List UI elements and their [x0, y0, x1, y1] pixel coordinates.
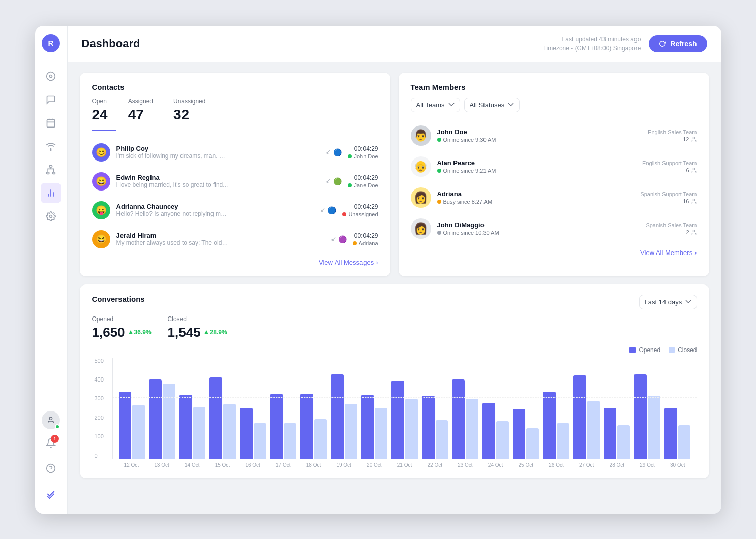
- member-team-info: English Support Team 6: [642, 160, 697, 173]
- bar-closed: [436, 420, 448, 459]
- member-team-info: English Sales Team 12: [648, 129, 697, 142]
- bar-group: [147, 379, 177, 459]
- reply-icon: ↙: [326, 177, 331, 185]
- contact-info: Jerald Hiram My mother always used to sa…: [116, 232, 323, 246]
- unassigned-label: Unassigned: [173, 98, 205, 105]
- contact-info: Edwin Regina I love being married, It's …: [116, 174, 318, 188]
- view-all-messages-link[interactable]: View All Messages ›: [92, 259, 378, 266]
- check-all-icon[interactable]: [41, 484, 61, 504]
- contact-time-block: 00:04:29 Adriana: [353, 232, 378, 246]
- svg-point-0: [47, 72, 55, 80]
- all-statuses-select[interactable]: All Statuses: [464, 98, 520, 112]
- grid-line: [113, 357, 697, 357]
- sidebar: R 1: [35, 26, 68, 514]
- bar-closed: [617, 425, 630, 459]
- contact-item[interactable]: 😛 Adrianna Chauncey Hello? Hello? Is any…: [92, 196, 378, 225]
- y-axis-label: 0: [95, 453, 104, 459]
- y-axis: 0100200300400500: [95, 358, 104, 459]
- notifications-icon[interactable]: 1: [41, 433, 61, 453]
- channel-icon: 🔵: [327, 206, 336, 214]
- unassigned-value: 32: [173, 107, 189, 122]
- bar-closed: [345, 404, 357, 459]
- opened-label: Opened: [92, 315, 152, 323]
- member-count: 12: [648, 136, 697, 142]
- contact-item[interactable]: 😆 Jerald Hiram My mother always used to …: [92, 225, 378, 253]
- sidebar-bottom: 1: [41, 411, 61, 505]
- chevron-right-icon: ›: [694, 249, 697, 257]
- period-select[interactable]: Last 14 days: [639, 295, 697, 309]
- sidebar-item-settings[interactable]: [41, 206, 61, 227]
- contact-item[interactable]: 😄 Edwin Regina I love being married, It'…: [92, 167, 378, 196]
- user-avatar[interactable]: R: [42, 34, 60, 52]
- profile-icon[interactable]: [42, 411, 60, 429]
- header: Dashboard Last updated 43 minutes ago Ti…: [68, 26, 721, 62]
- contact-avatar: 😛: [92, 201, 110, 219]
- bar-closed: [678, 425, 691, 459]
- refresh-icon: [659, 40, 666, 47]
- member-team: Spanish Support Team: [640, 191, 697, 197]
- member-item[interactable]: 👨 John Doe Online since 9:30 AM English …: [411, 120, 697, 151]
- contact-assigned: Unassigned: [342, 211, 378, 217]
- conversations-header: Conversations Last 14 days: [92, 295, 697, 309]
- channel-icon: 🟢: [333, 177, 342, 185]
- contact-info: Adrianna Chauncey Hello? Hello? Is anyon…: [116, 203, 313, 217]
- bar-closed: [375, 408, 387, 459]
- contact-assigned: Adriana: [353, 240, 378, 246]
- svg-rect-2: [47, 119, 55, 127]
- contact-msg: Hello? Hello? Is anyone not replying me?…: [116, 210, 228, 217]
- person-icon: [691, 167, 697, 173]
- bar-closed: [223, 404, 236, 459]
- closed-label: Closed: [168, 315, 227, 323]
- timezone: Timezone - (GMT+08:00) Singapore: [543, 44, 641, 53]
- contact-channel-icons: ↙ 🟢: [326, 177, 342, 185]
- help-icon[interactable]: [41, 458, 61, 479]
- view-all-members-label: View All Members: [640, 249, 692, 257]
- member-item[interactable]: 👴 Alan Pearce Online since 9:21 AM Engli…: [411, 151, 697, 182]
- bar-opened: [422, 396, 435, 459]
- member-item[interactable]: 👩 Adriana Busy since 8:27 AM Spanish Sup…: [411, 182, 697, 213]
- contact-name: Philip Coy: [116, 145, 318, 152]
- opened-stat: Opened 1,650 36.9%: [92, 315, 152, 340]
- bar-group: [268, 394, 299, 459]
- view-all-members-link[interactable]: View All Members ›: [411, 249, 697, 257]
- bar-closed: [163, 384, 175, 459]
- bar-closed: [648, 396, 660, 459]
- legend-closed: Closed: [669, 346, 697, 354]
- x-axis-label: 15 Oct: [207, 462, 238, 468]
- bar-group: [450, 379, 480, 459]
- sidebar-item-reports[interactable]: [41, 183, 61, 203]
- bar-closed: [526, 428, 539, 459]
- contact-time: 00:04:29: [342, 203, 378, 210]
- bar-group: [632, 374, 662, 459]
- assigned-name: Unassigned: [348, 211, 378, 217]
- notification-badge: 1: [51, 435, 59, 443]
- x-axis-labels: 12 Oct13 Oct14 Oct15 Oct16 Oct17 Oct18 O…: [112, 462, 697, 468]
- bar-group: [117, 392, 147, 459]
- sidebar-item-org[interactable]: [41, 160, 61, 180]
- y-axis-label: 500: [95, 358, 104, 364]
- member-item[interactable]: 👩 John DiMaggio Online since 10:30 AM Sp…: [411, 213, 697, 244]
- y-axis-label: 400: [95, 376, 104, 383]
- stat-assigned: Assigned 47: [128, 98, 153, 123]
- bar-group: [602, 408, 632, 459]
- sidebar-item-dashboard[interactable]: [41, 66, 61, 86]
- all-teams-select[interactable]: All Teams: [411, 98, 460, 112]
- bar-closed: [193, 407, 206, 459]
- svg-rect-5: [47, 172, 49, 174]
- x-axis-label: 16 Oct: [237, 462, 268, 468]
- bar-opened: [664, 408, 677, 459]
- sidebar-item-contacts[interactable]: [41, 113, 61, 133]
- svg-point-14: [693, 137, 695, 139]
- contacts-list: 😊 Philip Coy I'm sick of following my dr…: [92, 138, 378, 253]
- top-row: Contacts Open 24 Assigned 47 Unassigned: [80, 73, 709, 276]
- x-axis-label: 18 Oct: [298, 462, 329, 468]
- sidebar-item-signal[interactable]: [41, 136, 61, 156]
- legend-opened-label: Opened: [639, 346, 660, 354]
- refresh-button[interactable]: Refresh: [649, 35, 707, 52]
- x-axis-label: 14 Oct: [177, 462, 207, 468]
- bar-opened: [482, 403, 495, 459]
- bar-group: [359, 395, 390, 459]
- sidebar-item-chat[interactable]: [41, 89, 61, 110]
- contact-item[interactable]: 😊 Philip Coy I'm sick of following my dr…: [92, 138, 378, 167]
- bar-group: [329, 374, 359, 459]
